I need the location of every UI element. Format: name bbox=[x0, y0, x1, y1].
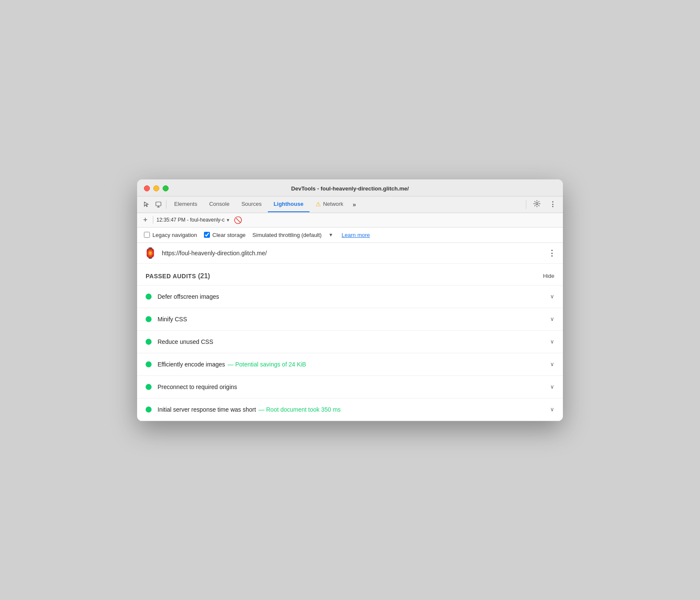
chevron-down-icon: ∨ bbox=[550, 338, 554, 345]
audit-name: Reduce unused CSS bbox=[158, 338, 544, 345]
tab-lighthouse[interactable]: Lighthouse bbox=[268, 196, 310, 212]
clear-storage-option[interactable]: Clear storage bbox=[204, 232, 246, 238]
clear-storage-checkbox[interactable] bbox=[204, 232, 210, 238]
passed-audits-header: PASSED AUDITS (21) Hide bbox=[137, 264, 563, 285]
audit-name: Defer offscreen images bbox=[158, 293, 544, 300]
chevron-down-icon: ∨ bbox=[550, 293, 554, 300]
tab-sources[interactable]: Sources bbox=[235, 196, 268, 212]
close-button[interactable] bbox=[144, 185, 150, 191]
minimize-button[interactable] bbox=[153, 185, 159, 191]
options-bar: Legacy navigation Clear storage Simulate… bbox=[137, 228, 563, 243]
passed-audits-count: (21) bbox=[198, 272, 210, 280]
passed-audits-title: PASSED AUDITS bbox=[146, 273, 196, 280]
session-label: 12:35:47 PM - foul-heavenly-c bbox=[157, 217, 225, 223]
audit-url: https://foul-heavenly-direction.glitch.m… bbox=[162, 250, 543, 257]
more-options-button[interactable]: ⋮ bbox=[546, 198, 559, 211]
legacy-navigation-checkbox[interactable] bbox=[144, 232, 150, 238]
audit-item[interactable]: Efficiently encode images— Potential sav… bbox=[137, 353, 563, 376]
devtools-tabs: Elements Console Sources Lighthouse ⚠ Ne… bbox=[137, 196, 563, 213]
tab-divider bbox=[166, 200, 166, 209]
chevron-down-icon: ∨ bbox=[550, 361, 554, 367]
chevron-down-icon: ∨ bbox=[550, 384, 554, 390]
audit-name: Minify CSS bbox=[158, 316, 544, 323]
session-divider bbox=[153, 216, 153, 224]
svg-rect-0 bbox=[156, 202, 161, 206]
add-session-button[interactable]: + bbox=[141, 216, 149, 225]
url-bar: 🏮 https://foul-heavenly-direction.glitch… bbox=[137, 243, 563, 264]
learn-more-link[interactable]: Learn more bbox=[341, 232, 370, 238]
right-divider bbox=[526, 200, 526, 209]
pass-indicator bbox=[146, 339, 152, 345]
throttling-label: Simulated throttling (default) bbox=[252, 232, 322, 238]
main-content: PASSED AUDITS (21) Hide Defer offscreen … bbox=[137, 264, 563, 421]
audit-item[interactable]: Minify CSS ∨ bbox=[137, 308, 563, 331]
audit-item[interactable]: Initial server response time was short— … bbox=[137, 398, 563, 421]
session-dropdown[interactable]: 12:35:47 PM - foul-heavenly-c ▼ bbox=[157, 217, 230, 223]
pass-indicator bbox=[146, 384, 152, 390]
maximize-button[interactable] bbox=[163, 185, 169, 191]
pass-indicator bbox=[146, 316, 152, 322]
title-bar: DevTools - foul-heavenly-direction.glitc… bbox=[137, 179, 563, 196]
lighthouse-icon: 🏮 bbox=[144, 247, 157, 259]
audit-item[interactable]: Reduce unused CSS ∨ bbox=[137, 331, 563, 353]
more-tabs-button[interactable]: » bbox=[349, 198, 359, 211]
chevron-down-icon: ▼ bbox=[226, 218, 230, 222]
toolbar-right: ⋮ bbox=[524, 197, 559, 212]
audit-savings: — Root document took 350 ms bbox=[258, 406, 341, 413]
legacy-navigation-label[interactable]: Legacy navigation bbox=[152, 232, 197, 238]
clear-storage-label[interactable]: Clear storage bbox=[212, 232, 246, 238]
legacy-navigation-option[interactable]: Legacy navigation bbox=[144, 232, 197, 238]
audit-list: Defer offscreen images ∨ Minify CSS ∨ Re… bbox=[137, 285, 563, 421]
passed-audits-title-area: PASSED AUDITS (21) bbox=[146, 272, 210, 280]
svg-point-3 bbox=[536, 202, 538, 205]
hide-button[interactable]: Hide bbox=[543, 273, 554, 279]
pass-indicator bbox=[146, 407, 152, 412]
url-more-options-button[interactable]: ⋮ bbox=[548, 248, 556, 258]
chevron-down-icon: ∨ bbox=[550, 316, 554, 322]
chevron-down-icon: ∨ bbox=[550, 406, 554, 412]
audit-savings: — Potential savings of 24 KiB bbox=[228, 361, 306, 368]
svg-rect-1 bbox=[157, 207, 160, 208]
audit-name: Efficiently encode images— Potential sav… bbox=[158, 361, 544, 368]
devtools-window: DevTools - foul-heavenly-direction.glitc… bbox=[137, 179, 563, 421]
window-title: DevTools - foul-heavenly-direction.glitc… bbox=[291, 185, 409, 192]
audit-item[interactable]: Defer offscreen images ∨ bbox=[137, 286, 563, 308]
throttling-dropdown-icon[interactable]: ▼ bbox=[328, 232, 333, 237]
tab-console[interactable]: Console bbox=[203, 196, 235, 212]
pass-indicator bbox=[146, 294, 152, 300]
audit-name: Preconnect to required origins bbox=[158, 384, 544, 390]
audit-item[interactable]: Preconnect to required origins ∨ bbox=[137, 376, 563, 398]
traffic-lights bbox=[144, 185, 169, 191]
tab-network[interactable]: ⚠ Network bbox=[310, 196, 350, 213]
inspect-icon[interactable] bbox=[152, 198, 164, 211]
tab-elements[interactable]: Elements bbox=[168, 196, 203, 212]
pass-indicator bbox=[146, 361, 152, 367]
settings-button[interactable] bbox=[530, 197, 544, 212]
cursor-tool-icon[interactable] bbox=[141, 198, 152, 211]
session-bar: + 12:35:47 PM - foul-heavenly-c ▼ 🚫 bbox=[137, 213, 563, 228]
block-icon[interactable]: 🚫 bbox=[234, 216, 242, 224]
audit-name: Initial server response time was short— … bbox=[158, 406, 544, 413]
warning-icon: ⚠ bbox=[316, 201, 321, 208]
